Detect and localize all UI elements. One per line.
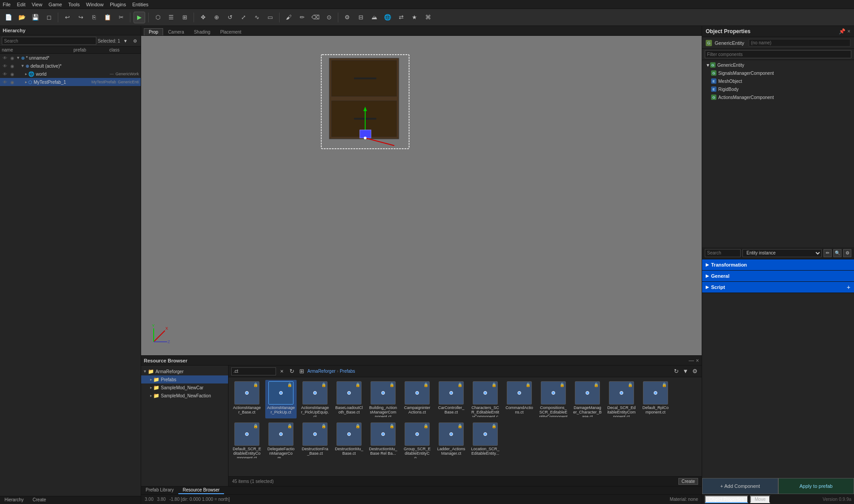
globe-button[interactable]: 🌐 [382,12,393,23]
path-sub[interactable]: Prefabs [340,369,355,374]
settings-button[interactable]: ⚙ [341,12,353,23]
folder-newfaction[interactable]: ▸ 📁 SampleMod_NewFaction [141,392,228,400]
save-button[interactable]: 💾 [30,12,41,23]
menu-file[interactable]: File [3,2,11,7]
resource-options-btn[interactable]: ⚙ [691,367,699,375]
component-filter-input[interactable] [705,50,851,58]
new-button[interactable]: 📄 [3,12,14,23]
resource-item-3[interactable]: 🔒 BaseLoadoutCloth_Base.ct [333,380,365,418]
tab-create[interactable]: Create [28,496,51,504]
open-button[interactable]: 📂 [16,12,28,23]
brush-button[interactable]: 🖌 [283,12,294,23]
resource-item-18[interactable]: 🔒 Group_SCR_EditableEntityCo... [401,421,433,460]
resource-search-input[interactable] [231,367,276,375]
comp-item-1[interactable]: E MeshObject [702,77,854,85]
add-component-button[interactable]: + Add Component [702,478,778,494]
path-root[interactable]: ArmaReforger [307,369,336,374]
resource-clear-btn[interactable]: × [278,367,286,375]
resource-filter-btn[interactable]: ▼ [681,367,690,375]
list-button[interactable]: ☰ [165,12,177,23]
resource-browser-close[interactable]: × [696,358,699,364]
hierarchy-search-input[interactable] [2,37,96,45]
menu-edit[interactable]: Edit [17,2,26,7]
cube-button[interactable]: ⬡ [152,12,164,23]
tab-hierarchy[interactable]: Hierarchy [0,496,28,504]
script-header[interactable]: ▶ Script + [702,282,854,293]
resource-item-12[interactable]: 🔒 Default_RplComponent.ct [640,380,671,418]
pencil-button[interactable]: ✏ [296,12,308,23]
rect-button[interactable]: ▭ [264,12,276,23]
resource-item-2[interactable]: 🔒 ActionsManager_PickUpEquip.ct [299,380,331,418]
resource-item-5[interactable]: 🔒 CampaigninterActions.ct [401,380,433,418]
cut-button[interactable]: ✂ [115,12,127,23]
paste-button[interactable]: 📋 [102,12,113,23]
lasso-button[interactable]: ⊙ [323,12,335,23]
resource-browser-collapse[interactable]: — [689,358,694,364]
script-add-btn[interactable]: + [847,284,850,291]
edit-btn[interactable]: ✏ [824,249,832,257]
resource-item-0[interactable]: 🔒 ActionsManager_Base.ct [231,380,263,418]
pin-icon[interactable]: 📌 [839,28,845,34]
resource-refresh-btn[interactable]: ↻ [288,367,296,375]
play-button[interactable]: ▶ [134,12,145,23]
menu-view[interactable]: View [32,2,43,7]
resource-item-16[interactable]: 🔒 DestructionMu_Base.ct [333,421,365,460]
resource-sync-btn[interactable]: ⊞ [298,367,306,375]
star-button[interactable]: ★ [409,12,420,23]
folder-newcar[interactable]: ▸ 📁 SampleMod_NewCar [141,383,228,392]
terrain-button[interactable]: ⛰ [368,12,380,23]
resource-item-20[interactable]: 🔒 Location_SCR_EditableEntity... [470,421,501,460]
resource-item-17[interactable]: 🔒 DestructionMu_Base Rel Ba... [367,421,399,460]
resource-item-1[interactable]: 🔒 ActionsManager_PickUp.ct [265,380,297,418]
terminal-button[interactable]: ⌘ [422,12,434,23]
expand-button[interactable]: ⤢ [237,12,249,23]
folder-armareforger[interactable]: ▼ 📁 ArmaReforger [141,367,228,375]
hierarchy-settings-btn[interactable]: ⚙ [131,37,139,45]
entity-instance-dropdown[interactable]: Entity instance [742,249,822,257]
props-search-input[interactable] [705,249,741,257]
transform-button[interactable]: ⊕ [211,12,222,23]
resource-item-11[interactable]: 🔒 Decal_SCR_EditableEntityComponent.ct [606,380,637,418]
grid-button[interactable]: ⊞ [179,12,190,23]
general-header[interactable]: ▶ General [702,271,854,281]
resource-reload-btn[interactable]: ↻ [672,367,680,375]
props-settings-btn[interactable]: ⚙ [843,249,851,257]
resource-item-10[interactable]: 🔒 DamageManager_Character_Base.ct [572,380,603,418]
comp-item-0[interactable]: G SignalsManagerComponent [702,69,854,77]
hierarchy-filter-btn[interactable]: ▼ [121,37,129,45]
menu-tools[interactable]: Tools [68,2,80,7]
tab-prefab-library[interactable]: Prefab Library [141,487,178,494]
comp-item-3[interactable]: G ActionsManagerComponent [702,93,854,101]
orbit-button[interactable]: ↺ [224,12,236,23]
tab-shading[interactable]: Shading [189,28,216,35]
unknown1-button[interactable]: ◻ [43,12,55,23]
resource-item-14[interactable]: 🔒 DelegateFactionManagerCom... [265,421,297,460]
tab-object-properties[interactable]: Object Properties [705,495,748,503]
tab-resource-browser[interactable]: Resource Browser [178,487,224,494]
tree-item-world[interactable]: 👁 ◉ ▸ 🌐 world --- GenericWork [0,70,141,78]
copy-button[interactable]: ⎘ [88,12,100,23]
undo-button[interactable]: ↩ [61,12,73,23]
create-btn[interactable]: Create [678,478,698,485]
menu-plugins[interactable]: Plugins [110,2,126,7]
wave-button[interactable]: ∿ [251,12,263,23]
tab-move[interactable]: Move [750,495,770,503]
tree-item-unnamed[interactable]: 👁 ◉ ▼ ⊕ * unnamed* [0,54,141,62]
viewport[interactable]: X Y Z [141,36,702,355]
resource-item-19[interactable]: 🔒 Ladder_ActionsManager.ct [436,421,467,460]
tree-item-default[interactable]: 👁 ◉ ▼ ⊕ default (active)* [0,62,141,70]
arrows-button[interactable]: ⇄ [395,12,407,23]
right-panel-close-icon[interactable]: × [847,28,850,34]
resource-item-7[interactable]: 🔒 Characters_SCR_EditableEntityComponent… [470,380,501,418]
transformation-header[interactable]: ▶ Transformation [702,259,854,270]
resource-item-6[interactable]: 🔒 CarController_Base.ct [436,380,467,418]
resource-item-8[interactable]: 🔒 CommandActions.ct [504,380,535,418]
tab-placement[interactable]: Placement [215,28,246,35]
tree-item-myprefab[interactable]: 👁 ◉ ▸ ⬡ MyTestPrefab_1 MyTestPrefab Gene… [0,78,141,86]
tab-prop[interactable]: Prop [144,28,163,35]
search-btn[interactable]: 🔍 [833,249,841,257]
menu-game[interactable]: Game [48,2,62,7]
tab-camera[interactable]: Camera [163,28,189,35]
resource-item-4[interactable]: 🔒 Building_ActionsManagerComponent.ct [367,380,399,418]
redo-button[interactable]: ↪ [75,12,86,23]
